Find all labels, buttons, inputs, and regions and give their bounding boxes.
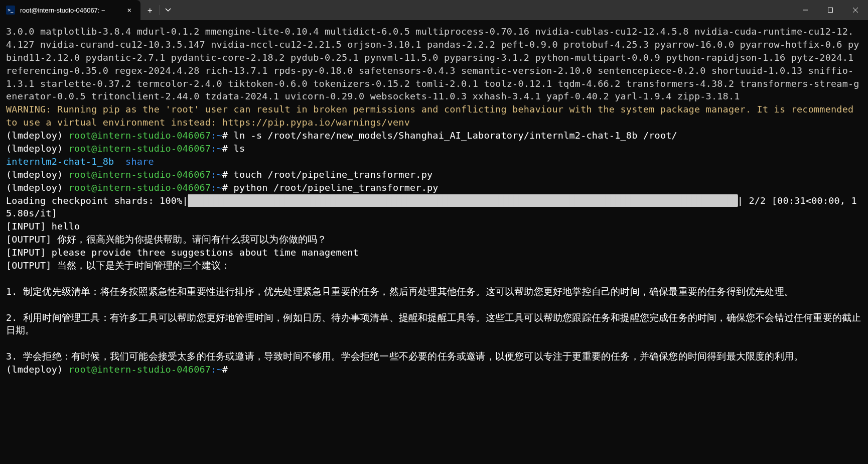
new-tab-button[interactable]: + bbox=[140, 0, 160, 20]
prompt-env: (lmdeploy) bbox=[6, 143, 69, 154]
command-ln: ln -s /root/share/new_models/Shanghai_AI… bbox=[234, 130, 677, 141]
prompt-env: (lmdeploy) bbox=[6, 364, 69, 375]
svg-rect-0 bbox=[828, 8, 833, 13]
output-1: [OUTPUT] 你好，很高兴能为你提供帮助。请问有什么我可以为你做的吗？ bbox=[6, 234, 327, 245]
tab-dropdown-button[interactable] bbox=[160, 5, 176, 15]
prompt-env: (lmdeploy) bbox=[6, 130, 69, 141]
prompt-userhost: root@intern-studio-046067 bbox=[69, 364, 211, 375]
ls-entry-share: share bbox=[114, 156, 154, 167]
output-2-head: [OUTPUT] 当然，以下是关于时间管理的三个建议： bbox=[6, 260, 231, 271]
window-controls bbox=[793, 0, 868, 20]
prompt-char: # bbox=[222, 182, 234, 193]
command-touch: touch /root/pipeline_transformer.py bbox=[234, 169, 433, 180]
prompt-path: :~ bbox=[211, 130, 222, 141]
pip-packages-output: 3.0.0 matplotlib-3.8.4 mdurl-0.1.2 mmeng… bbox=[6, 26, 859, 101]
prompt-path: :~ bbox=[211, 143, 222, 154]
prompt-char: # bbox=[222, 143, 234, 154]
input-2: [INPUT] please provide three suggestions… bbox=[6, 247, 359, 258]
titlebar-left: root@intern-studio-046067: ~ × + bbox=[0, 0, 176, 20]
maximize-icon bbox=[827, 7, 833, 13]
prompt-env: (lmdeploy) bbox=[6, 182, 69, 193]
prompt-char: # bbox=[222, 169, 234, 180]
prompt-path: :~ bbox=[211, 182, 222, 193]
input-1: [INPUT] hello bbox=[6, 221, 80, 231]
suggestion-1: 1. 制定优先级清单：将任务按照紧急性和重要性进行排序，优先处理紧急且重要的任务… bbox=[6, 286, 794, 297]
progress-bar: ████████████████████████████████████████… bbox=[188, 194, 738, 207]
titlebar: root@intern-studio-046067: ~ × + bbox=[0, 0, 868, 20]
terminal-content[interactable]: 3.0.0 matplotlib-3.8.4 mdurl-0.1.2 mmeng… bbox=[0, 20, 868, 381]
ls-entry-dir: internlm2-chat-1_8b bbox=[6, 156, 114, 167]
prompt-path: :~ bbox=[211, 364, 222, 375]
close-icon bbox=[852, 7, 858, 13]
prompt-path: :~ bbox=[211, 169, 222, 180]
prompt-env: (lmdeploy) bbox=[6, 169, 69, 180]
tab-close-button[interactable]: × bbox=[124, 5, 134, 15]
chevron-down-icon bbox=[165, 7, 171, 13]
suggestion-3: 3. 学会拒绝：有时候，我们可能会接受太多的任务或邀请，导致时间不够用。学会拒绝… bbox=[6, 351, 803, 362]
prompt-userhost: root@intern-studio-046067 bbox=[69, 143, 211, 154]
powershell-icon bbox=[6, 6, 15, 15]
prompt-char: # bbox=[222, 364, 234, 375]
close-button[interactable] bbox=[843, 0, 868, 20]
prompt-userhost: root@intern-studio-046067 bbox=[69, 182, 211, 193]
suggestion-2: 2. 利用时间管理工具：有许多工具可以帮助您更好地管理时间，例如日历、待办事项清… bbox=[6, 312, 861, 336]
prompt-userhost: root@intern-studio-046067 bbox=[69, 169, 211, 180]
prompt-userhost: root@intern-studio-046067 bbox=[69, 130, 211, 141]
minimize-button[interactable] bbox=[793, 0, 818, 20]
command-ls: ls bbox=[234, 143, 245, 154]
pip-warning: WARNING: Running pip as the 'root' user … bbox=[6, 104, 859, 128]
command-python: python /root/pipeline_transformer.py bbox=[234, 182, 439, 193]
tab-title: root@intern-studio-046067: ~ bbox=[20, 7, 118, 14]
loading-label: Loading checkpoint shards: 100%| bbox=[6, 195, 188, 206]
maximize-button[interactable] bbox=[818, 0, 843, 20]
active-tab[interactable]: root@intern-studio-046067: ~ × bbox=[0, 0, 140, 20]
minimize-icon bbox=[802, 7, 808, 13]
prompt-char: # bbox=[222, 130, 234, 141]
